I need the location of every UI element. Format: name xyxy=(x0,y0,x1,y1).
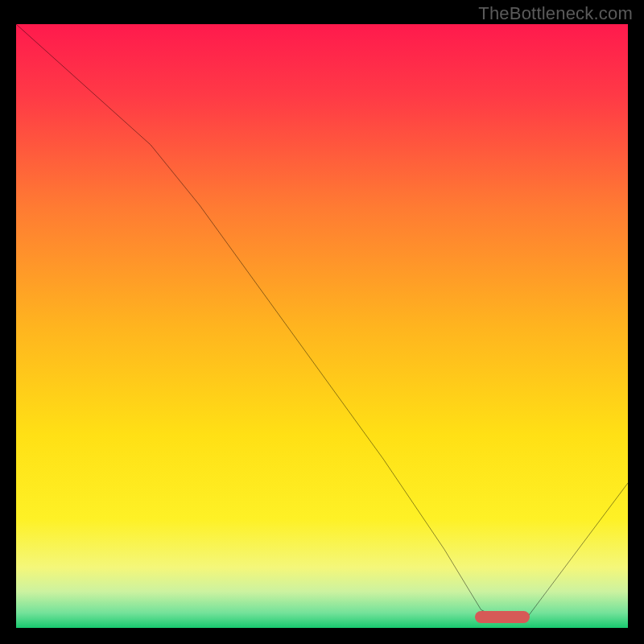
background-gradient xyxy=(16,24,628,628)
target-marker xyxy=(475,611,530,623)
watermark-text: TheBottleneck.com xyxy=(478,3,633,24)
svg-rect-0 xyxy=(16,24,628,628)
chart-container: TheBottleneck.com xyxy=(0,0,644,644)
plot-area xyxy=(16,24,628,628)
